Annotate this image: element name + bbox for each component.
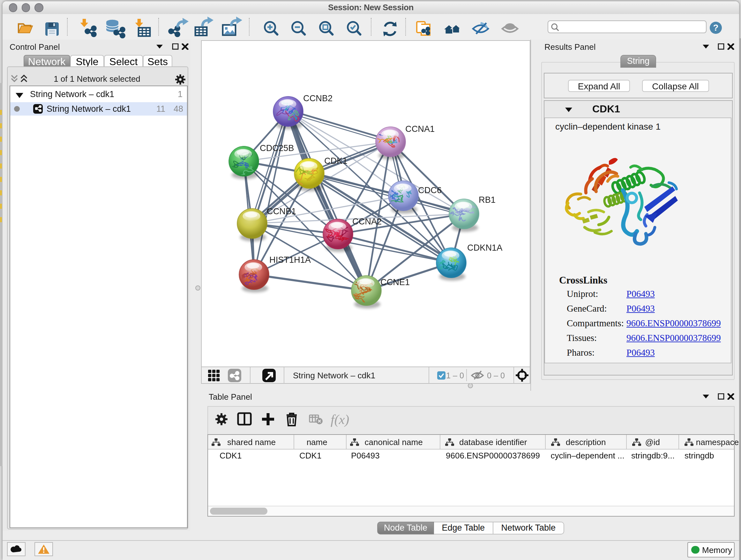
svg-text:CCNE1: CCNE1 xyxy=(381,277,410,287)
svg-text:CDKN1A: CDKN1A xyxy=(467,242,502,252)
svg-text:String Network – cdk1: String Network – cdk1 xyxy=(293,371,375,380)
svg-text:HIST1H1A: HIST1H1A xyxy=(269,254,311,264)
svg-text:CCNA1: CCNA1 xyxy=(405,124,434,133)
svg-text:CCNB1: CCNB1 xyxy=(267,206,296,216)
svg-text:CDC6: CDC6 xyxy=(418,185,442,195)
svg-text:RB1: RB1 xyxy=(479,194,495,204)
svg-text:CCNB2: CCNB2 xyxy=(303,93,333,103)
svg-text:CDK1: CDK1 xyxy=(324,155,347,165)
svg-text:f(x): f(x) xyxy=(331,412,349,427)
svg-text:CDC25B: CDC25B xyxy=(260,143,294,152)
svg-text:1 – 0: 1 – 0 xyxy=(446,371,464,380)
svg-text:CCNA2: CCNA2 xyxy=(352,216,382,226)
svg-text:0 – 0: 0 – 0 xyxy=(487,371,505,380)
